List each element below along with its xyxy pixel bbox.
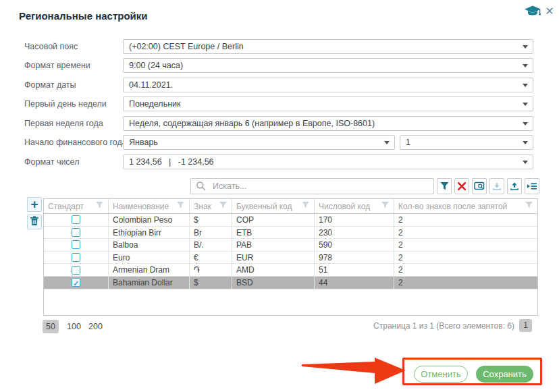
column-filter-icon[interactable] bbox=[525, 201, 533, 211]
column-header-name[interactable]: Наименование bbox=[109, 199, 190, 213]
first-day-value: Понедельник bbox=[129, 97, 181, 111]
delete-currency-button[interactable] bbox=[27, 215, 42, 229]
currency-name: Colombian Peso bbox=[109, 214, 190, 226]
currency-numeric-code: 230 bbox=[315, 227, 394, 239]
fiscal-year-label: Начало финансового года bbox=[24, 135, 127, 150]
currency-name: Euro bbox=[109, 252, 190, 264]
filter-icon[interactable] bbox=[437, 178, 452, 194]
page-size-50[interactable]: 50 bbox=[43, 320, 59, 333]
currency-sign: € bbox=[190, 252, 232, 264]
date-format-value: 04.11.2021. bbox=[129, 78, 173, 92]
chevron-down-icon bbox=[523, 122, 528, 125]
import-icon[interactable] bbox=[489, 178, 504, 194]
currency-letter-code: BSD bbox=[232, 277, 315, 289]
pagination-info: Страница 1 из 1 (Всего элементов: 6) bbox=[373, 321, 514, 331]
first-week-value: Неделя, содержащая январь 6 (например в … bbox=[129, 117, 375, 130]
plus-icon: + bbox=[30, 198, 38, 211]
chevron-down-icon bbox=[384, 141, 390, 144]
column-chooser-icon[interactable] bbox=[525, 178, 539, 194]
table-row[interactable]: ✓ Armenian Dram ֏ AMD 51 2 bbox=[44, 264, 537, 277]
currency-numeric-code: 170 bbox=[315, 214, 394, 226]
first-day-label: Первый день недели bbox=[24, 96, 107, 111]
table-row[interactable]: ✓ Euro € EUR 978 2 bbox=[44, 252, 537, 264]
page-title: Региональные настройки bbox=[19, 10, 148, 22]
column-filter-icon[interactable] bbox=[95, 201, 104, 211]
column-header-standard[interactable]: Стандарт bbox=[44, 199, 109, 213]
column-header-decimals[interactable]: Кол-во знаков после запятой bbox=[394, 199, 537, 213]
currency-name: Ethiopian Birr bbox=[109, 227, 190, 239]
date-format-select[interactable]: 04.11.2021. bbox=[123, 78, 533, 92]
time-format-label: Формат времени bbox=[24, 58, 90, 73]
timezone-value: (+02:00) CEST Europe / Berlin bbox=[129, 40, 244, 53]
table-row[interactable]: ✓ Ethiopian Birr Br ETB 230 2 bbox=[44, 227, 537, 240]
currency-numeric-code: 978 bbox=[315, 252, 394, 264]
standard-checkbox[interactable]: ✓ bbox=[72, 266, 80, 275]
export-icon[interactable] bbox=[507, 178, 522, 194]
column-header-letter-code[interactable]: Буквенный код bbox=[232, 199, 315, 213]
standard-checkbox[interactable]: ✓ bbox=[72, 278, 80, 287]
chevron-down-icon bbox=[523, 84, 528, 87]
currency-table: Стандарт Наименование Знак Буквенный код… bbox=[43, 198, 538, 316]
chevron-down-icon bbox=[523, 161, 528, 164]
search-columns-icon[interactable] bbox=[472, 178, 487, 194]
currency-sign: Br bbox=[190, 227, 232, 239]
check-icon: ✓ bbox=[73, 277, 79, 288]
currency-numeric-code: 51 bbox=[315, 264, 394, 276]
currency-letter-code: AMD bbox=[232, 264, 315, 276]
currency-letter-code: PAB bbox=[232, 239, 315, 251]
fiscal-day-select[interactable]: 1 bbox=[400, 135, 533, 150]
currency-name: Bahamian Dollar bbox=[109, 277, 190, 289]
first-day-select[interactable]: Понедельник bbox=[123, 96, 533, 111]
currency-letter-code: COP bbox=[232, 214, 315, 226]
page-number-button[interactable]: 1 bbox=[519, 319, 532, 332]
fiscal-day-value: 1 bbox=[406, 136, 410, 149]
timezone-select[interactable]: (+02:00) CEST Europe / Berlin bbox=[123, 39, 533, 54]
add-currency-button[interactable]: + bbox=[27, 197, 42, 212]
time-format-select[interactable]: 9:00 (24 часа) bbox=[123, 58, 533, 73]
column-header-numeric-code[interactable]: Числовой код bbox=[315, 199, 394, 213]
close-icon[interactable]: ✕ bbox=[543, 5, 556, 18]
clear-filter-icon[interactable] bbox=[454, 178, 469, 194]
currency-letter-code: ETB bbox=[232, 227, 315, 239]
page-size-200[interactable]: 200 bbox=[86, 320, 105, 333]
column-filter-icon[interactable] bbox=[219, 201, 228, 211]
search-box bbox=[190, 178, 434, 194]
annotation-arrow bbox=[297, 355, 408, 387]
currency-decimals: 2 bbox=[394, 277, 537, 289]
currency-decimals: 2 bbox=[394, 227, 537, 239]
table-row[interactable]: ✓ Bahamian Dollar $ BSD 44 2 bbox=[44, 277, 537, 289]
chevron-down-icon bbox=[523, 103, 528, 106]
standard-checkbox[interactable]: ✓ bbox=[72, 240, 80, 249]
cancel-button[interactable]: Отменить bbox=[414, 366, 468, 383]
number-format-value: 1 234,56 | -1 234,56 bbox=[129, 155, 214, 169]
currency-name: Armenian Dram bbox=[109, 264, 190, 276]
page-size-100[interactable]: 100 bbox=[64, 320, 84, 333]
table-row[interactable]: ✓ Balboa B/. PAB 590 2 bbox=[44, 239, 537, 252]
column-filter-icon[interactable] bbox=[381, 201, 390, 211]
first-week-select[interactable]: Неделя, содержащая январь 6 (например в … bbox=[123, 116, 533, 131]
currency-decimals: 2 bbox=[394, 239, 537, 251]
table-row[interactable]: ✓ Colombian Peso $ COP 170 2 bbox=[44, 214, 537, 227]
regional-settings-dialog: Региональные настройки ✕ Часовой пояс (+… bbox=[0, 0, 559, 392]
save-button[interactable]: Сохранить bbox=[476, 366, 533, 383]
chevron-down-icon bbox=[523, 64, 528, 67]
column-header-sign[interactable]: Знак bbox=[190, 199, 232, 213]
column-filter-icon[interactable] bbox=[301, 201, 310, 211]
number-format-select[interactable]: 1 234,56 | -1 234,56 bbox=[123, 155, 533, 169]
standard-checkbox[interactable]: ✓ bbox=[72, 215, 80, 224]
table-header: Стандарт Наименование Знак Буквенный код… bbox=[44, 199, 537, 214]
timezone-label: Часовой пояс bbox=[24, 39, 78, 54]
currency-letter-code: EUR bbox=[232, 252, 315, 264]
currency-decimals: 2 bbox=[394, 252, 537, 264]
first-week-label: Первая неделя года bbox=[24, 116, 103, 131]
education-cap-icon[interactable] bbox=[524, 5, 541, 18]
fiscal-month-select[interactable]: Январь bbox=[123, 135, 395, 150]
standard-checkbox[interactable]: ✓ bbox=[72, 253, 80, 262]
trash-icon bbox=[30, 216, 39, 229]
column-filter-icon[interactable] bbox=[176, 201, 185, 211]
date-format-label: Формат даты bbox=[24, 78, 76, 92]
standard-checkbox[interactable]: ✓ bbox=[72, 228, 80, 237]
currency-sign: B/. bbox=[190, 239, 232, 251]
currency-name: Balboa bbox=[109, 239, 190, 251]
search-input[interactable] bbox=[190, 178, 434, 194]
